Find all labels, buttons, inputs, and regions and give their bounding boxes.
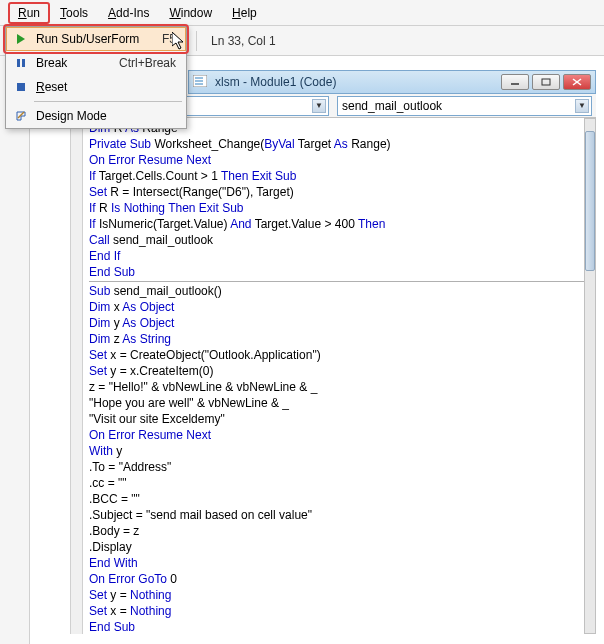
menu-separator [34,101,182,102]
svg-rect-3 [17,83,25,91]
run-dropdown-menu: Run Sub/UserForm F5 Break Ctrl+Break Res… [5,26,187,129]
menu-label: Reset [36,80,180,94]
svg-rect-2 [22,59,25,67]
procedure-combo[interactable]: send_mail_outlook ▼ [337,96,592,116]
menu-item-design-mode[interactable]: Design Mode [6,104,186,128]
design-icon [12,108,30,124]
menu-addins[interactable]: Add-Ins [98,2,159,24]
code-content[interactable]: Dim R As RangePrivate Sub Worksheet_Chan… [89,120,584,634]
menu-item-break[interactable]: Break Ctrl+Break [6,51,186,75]
menu-item-run-sub[interactable]: Run Sub/UserForm F5 [6,27,186,51]
code-editor[interactable]: Dim R As RangePrivate Sub Worksheet_Chan… [70,118,584,634]
menu-tools[interactable]: Tools [50,2,98,24]
combo-value: send_mail_outlook [342,99,442,113]
svg-marker-0 [17,34,25,44]
left-gutter [0,56,30,644]
minimize-button[interactable] [501,74,529,90]
menubar: Run Tools Add-Ins Window Help [0,0,604,26]
chevron-down-icon: ▼ [575,99,589,113]
chevron-down-icon: ▼ [312,99,326,113]
menu-run[interactable]: Run [8,2,50,24]
module-icon [193,75,209,89]
code-margin [71,118,83,634]
menu-label: Run Sub/UserForm [36,32,162,46]
pause-icon [12,55,30,71]
document-title: xlsm - Module1 (Code) [215,75,501,89]
menu-shortcut: Ctrl+Break [119,56,180,70]
menu-help[interactable]: Help [222,2,267,24]
menu-window[interactable]: Window [159,2,222,24]
maximize-button[interactable] [532,74,560,90]
toolbar-separator [196,31,197,51]
cursor-position: Ln 33, Col 1 [203,34,284,48]
play-icon [12,31,30,47]
svg-rect-12 [542,79,550,85]
svg-rect-1 [17,59,20,67]
stop-icon [12,79,30,95]
menu-item-reset[interactable]: Reset [6,75,186,99]
window-buttons [501,74,591,90]
mouse-cursor-icon [172,32,186,50]
svg-marker-6 [172,32,183,49]
close-button[interactable] [563,74,591,90]
menu-label: Design Mode [36,109,180,123]
scrollbar-thumb[interactable] [585,131,595,271]
menu-label: Break [36,56,119,70]
document-titlebar: xlsm - Module1 (Code) [188,70,596,94]
vertical-scrollbar[interactable] [584,118,596,634]
